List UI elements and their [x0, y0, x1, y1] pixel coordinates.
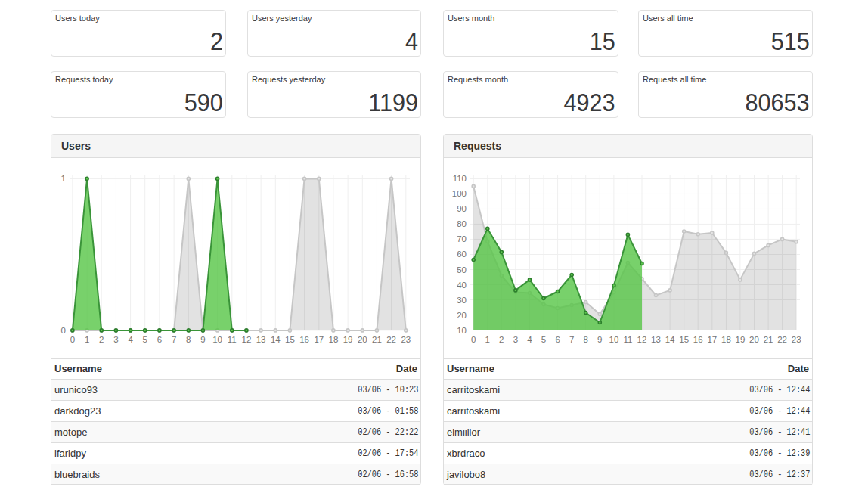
svg-text:16: 16 — [693, 335, 703, 344]
svg-text:1: 1 — [61, 174, 66, 183]
svg-text:13: 13 — [651, 335, 661, 344]
svg-text:9: 9 — [597, 335, 602, 344]
svg-text:90: 90 — [457, 204, 467, 213]
svg-text:0: 0 — [471, 335, 476, 344]
svg-text:19: 19 — [736, 335, 746, 344]
svg-text:4: 4 — [128, 335, 133, 344]
svg-text:12: 12 — [242, 335, 252, 344]
svg-text:9: 9 — [200, 335, 205, 344]
svg-text:8: 8 — [583, 335, 587, 344]
svg-text:15: 15 — [285, 335, 295, 344]
svg-text:21: 21 — [764, 335, 773, 344]
svg-text:40: 40 — [457, 281, 467, 290]
svg-text:100: 100 — [452, 189, 467, 198]
svg-text:7: 7 — [172, 335, 176, 344]
svg-text:10: 10 — [457, 326, 467, 335]
svg-text:11: 11 — [623, 335, 632, 344]
svg-text:21: 21 — [372, 335, 382, 344]
svg-text:0: 0 — [61, 326, 66, 335]
svg-text:1: 1 — [85, 335, 89, 344]
svg-text:2: 2 — [499, 335, 504, 344]
svg-text:18: 18 — [329, 335, 339, 344]
svg-text:11: 11 — [228, 335, 237, 344]
svg-text:12: 12 — [637, 335, 647, 344]
svg-text:22: 22 — [386, 335, 396, 344]
svg-text:0: 0 — [70, 335, 75, 344]
svg-text:80: 80 — [457, 219, 467, 228]
svg-text:110: 110 — [453, 174, 467, 183]
svg-text:2: 2 — [99, 335, 104, 344]
svg-text:4: 4 — [527, 335, 532, 344]
svg-text:10: 10 — [609, 335, 619, 344]
svg-text:8: 8 — [186, 335, 191, 344]
svg-text:23: 23 — [792, 335, 801, 344]
svg-text:6: 6 — [157, 335, 162, 344]
svg-text:14: 14 — [271, 335, 281, 344]
svg-text:22: 22 — [777, 335, 787, 344]
svg-text:6: 6 — [555, 335, 560, 344]
svg-text:7: 7 — [569, 335, 574, 344]
svg-text:30: 30 — [457, 296, 467, 305]
svg-text:20: 20 — [749, 335, 759, 344]
svg-text:3: 3 — [513, 335, 518, 344]
svg-text:17: 17 — [707, 335, 717, 344]
svg-text:16: 16 — [299, 335, 309, 344]
svg-text:50: 50 — [457, 265, 467, 274]
svg-text:17: 17 — [314, 335, 324, 344]
svg-text:20: 20 — [457, 311, 467, 320]
svg-text:23: 23 — [401, 335, 411, 344]
svg-text:5: 5 — [142, 335, 147, 344]
svg-text:60: 60 — [457, 250, 467, 259]
svg-text:20: 20 — [358, 335, 367, 344]
svg-text:15: 15 — [679, 335, 689, 344]
svg-text:19: 19 — [343, 335, 353, 344]
svg-text:13: 13 — [256, 335, 266, 344]
svg-text:10: 10 — [212, 335, 222, 344]
svg-text:1: 1 — [485, 335, 490, 344]
svg-text:3: 3 — [113, 335, 118, 344]
svg-text:18: 18 — [721, 335, 731, 344]
svg-text:14: 14 — [665, 335, 675, 344]
svg-text:70: 70 — [457, 234, 467, 243]
svg-text:5: 5 — [541, 335, 546, 344]
